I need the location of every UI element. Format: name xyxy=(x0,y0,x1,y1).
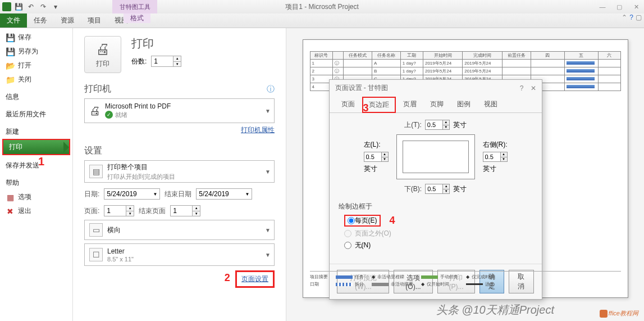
printer-header: 打印机 xyxy=(84,83,111,95)
watermark-logo: ffice教程网 xyxy=(600,309,638,318)
scope-icon: ▤ xyxy=(89,165,103,178)
chevron-down-icon: ▼ xyxy=(265,252,271,258)
chevron-down-icon: ▼ xyxy=(265,227,271,233)
margin-right-input[interactable]: ▲▼ xyxy=(483,152,508,162)
annotation-4: 4 xyxy=(390,215,395,227)
sidebar-exit[interactable]: ✖退出 xyxy=(0,204,72,218)
sidebar-close[interactable]: 📁关闭 xyxy=(0,73,72,87)
sidebar-recent[interactable]: 最近所用文件 xyxy=(0,104,72,121)
sidebar-save-send[interactable]: 保存并发送 xyxy=(0,155,72,173)
copies-input[interactable] xyxy=(152,56,173,66)
printer-small-icon: 🖨 xyxy=(89,105,101,117)
dlg-tab-legend[interactable]: 图例 xyxy=(451,97,477,113)
sidebar-save-as[interactable]: 💾另存为 xyxy=(0,44,72,58)
ribbon-min-icon[interactable]: ⌃ xyxy=(622,13,627,21)
close-folder-icon: 📁 xyxy=(6,75,15,84)
quick-access-toolbar: 💾 ↶ ↷ ▾ xyxy=(0,2,61,12)
margin-bottom-input[interactable]: ▲▼ xyxy=(425,184,450,194)
contextual-tab-label: 甘特图工具 xyxy=(112,0,157,13)
sidebar-new[interactable]: 新建 xyxy=(0,121,72,139)
margin-left-input[interactable]: ▲▼ xyxy=(364,152,389,162)
info-icon[interactable]: ⓘ xyxy=(267,84,275,94)
page-setup-link[interactable]: 页面设置 xyxy=(241,275,268,283)
watermark-text: 头条 @10天精通Project xyxy=(436,302,554,318)
spin-down-icon[interactable]: ▼ xyxy=(173,62,181,67)
margin-preview xyxy=(396,134,475,179)
table-row: 1ⓘA1 day?2019年5月242019年5月24 xyxy=(310,60,620,67)
print-preview: 标识号任务模式任务名称工期开始时间完成时间前置任务 四五六 1ⓘA1 day?2… xyxy=(286,28,644,321)
ribbon-window-icon[interactable]: ▢ xyxy=(636,13,642,21)
print-title: 打印 xyxy=(131,36,181,51)
dlg-tab-view[interactable]: 视图 xyxy=(478,97,504,113)
title-bar: 💾 ↶ ↷ ▾ 甘特图工具 项目1 - Microsoft Project — … xyxy=(0,0,644,13)
radio-outside xyxy=(344,230,351,237)
radio-none[interactable] xyxy=(344,242,351,249)
sidebar-open[interactable]: 📂打开 xyxy=(0,58,72,73)
open-icon: 📂 xyxy=(6,61,15,70)
page-to-spinner[interactable]: ▲▼ xyxy=(170,205,200,216)
undo-icon[interactable]: ↶ xyxy=(26,2,36,12)
printer-icon: 🖨 xyxy=(95,40,110,58)
dlg-tab-footer[interactable]: 页脚 xyxy=(424,97,450,113)
page-from-label: 页面: xyxy=(84,206,99,216)
tab-project[interactable]: 项目 xyxy=(81,13,108,28)
printer-props-link[interactable]: 打印机属性 xyxy=(241,126,275,134)
settings-header: 设置 xyxy=(84,145,102,157)
paper-dropdown[interactable]: ☐ Letter 8.5" x 11" ▼ xyxy=(84,243,275,266)
chevron-down-icon: ▼ xyxy=(153,192,157,197)
dialog-title: 页面设置 - 甘特图 xyxy=(335,83,389,93)
save-qat-icon[interactable]: 💾 xyxy=(13,2,24,12)
orientation-icon: ▭ xyxy=(89,223,103,237)
tab-resource[interactable]: 资源 xyxy=(54,13,81,28)
exit-icon: ✖ xyxy=(6,207,15,216)
sidebar-options[interactable]: ▦选项 xyxy=(0,190,72,204)
dlg-tab-header[interactable]: 页眉 xyxy=(397,97,423,113)
margin-left-label: 左(L): xyxy=(364,140,381,150)
help-icon[interactable]: ? xyxy=(629,13,633,21)
margin-right-label: 右侧(R): xyxy=(483,140,508,150)
date-to-input[interactable]: 5/24/2019▼ xyxy=(196,188,252,200)
sidebar-print[interactable]: 打印 xyxy=(3,140,69,154)
tab-task[interactable]: 任务 xyxy=(27,13,54,28)
date-to-label: 结束日期 xyxy=(165,189,191,199)
save-as-icon: 💾 xyxy=(6,47,15,56)
app-title: 项目1 - Microsoft Project xyxy=(285,2,359,12)
tab-format[interactable]: 格式 xyxy=(124,13,150,23)
print-button[interactable]: 🖨 打印 xyxy=(84,36,121,73)
margin-bottom-label: 下(B): xyxy=(404,184,422,194)
date-from-label: 日期: xyxy=(84,189,99,199)
maximize-icon[interactable]: ▢ xyxy=(611,1,627,12)
print-scope-dropdown[interactable]: ▤ 打印整个项目 打印从开始到完成的项目 ▼ xyxy=(84,160,275,183)
chevron-down-icon: ▼ xyxy=(265,169,271,175)
minimize-icon[interactable]: — xyxy=(595,1,610,12)
orientation-dropdown[interactable]: ▭ 横向 ▼ xyxy=(84,220,275,240)
copies-spinner[interactable]: ▲▼ xyxy=(151,56,181,67)
close-icon[interactable]: ✕ xyxy=(628,1,644,12)
save-icon: 💾 xyxy=(6,33,15,42)
annotation-1: 1 xyxy=(38,155,44,168)
margin-top-input[interactable]: ▲▼ xyxy=(425,120,450,130)
qat-dropdown-icon[interactable]: ▾ xyxy=(51,2,61,12)
annotation-2: 2 xyxy=(225,272,230,283)
dialog-help-icon[interactable]: ? xyxy=(520,84,524,92)
radio-every-page[interactable] xyxy=(348,216,355,225)
backstage-sidebar: 💾保存 💾另存为 📂打开 📁关闭 信息 最近所用文件 新建 打印 1 保存并发送… xyxy=(0,28,73,321)
printer-dropdown[interactable]: 🖨 Microsoft Print to PDF ✓就绪 ▼ xyxy=(84,98,275,123)
chevron-down-icon: ▼ xyxy=(245,192,249,197)
tab-file[interactable]: 文件 xyxy=(0,13,27,28)
page-to-label: 结束页面 xyxy=(139,206,166,216)
dialog-close-icon[interactable]: ✕ xyxy=(531,84,536,92)
spin-up-icon[interactable]: ▲ xyxy=(173,56,181,62)
page-from-spinner[interactable]: ▲▼ xyxy=(104,205,134,216)
sidebar-help[interactable]: 帮助 xyxy=(0,173,72,190)
redo-icon[interactable]: ↷ xyxy=(38,2,48,12)
status-ok-icon: ✓ xyxy=(105,111,113,119)
date-from-input[interactable]: 5/24/2019▼ xyxy=(104,188,160,200)
preview-legend: 项目摘要 日期 任务 拆分 ◆非活动里程碑 非活动摘要 手动任务 ◆仅开始时间 … xyxy=(310,271,621,287)
preview-page: 标识号任务模式任务名称工期开始时间完成时间前置任务 四五六 1ⓘA1 day?2… xyxy=(303,39,628,298)
sidebar-info[interactable]: 信息 xyxy=(0,87,72,104)
sidebar-save[interactable]: 💾保存 xyxy=(0,30,72,44)
ribbon-tabs: 文件 任务 资源 项目 视图 格式 ⌃ ? ▢ xyxy=(0,13,644,28)
dlg-tab-page[interactable]: 页面 xyxy=(335,97,361,113)
copies-label: 份数: xyxy=(131,57,147,66)
